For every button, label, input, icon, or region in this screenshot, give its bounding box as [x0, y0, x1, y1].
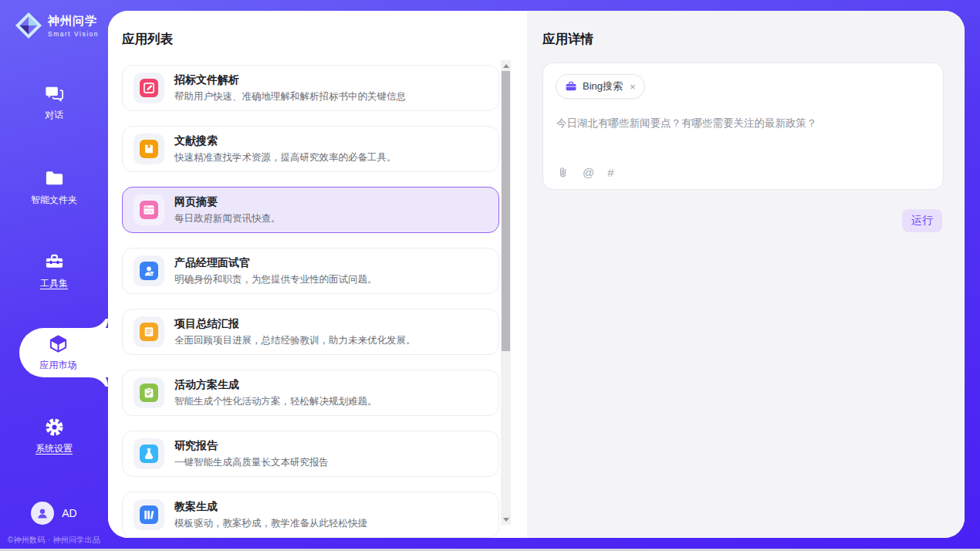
app-card-title: 招标文件解析 — [174, 73, 406, 86]
book-icon — [140, 140, 158, 158]
logo-subtitle: Smart Vision — [48, 30, 99, 38]
app-card-title: 研究报告 — [174, 438, 329, 452]
app-card-title: 项目总结汇报 — [174, 316, 416, 330]
app-card-list: 招标文件解析帮助用户快速、准确地理解和解析招标书中的关键信息文献搜索快速精准查找… — [122, 65, 499, 538]
app-card-title: 活动方案生成 — [174, 377, 377, 391]
logo-title: 神州问学 — [48, 14, 99, 29]
run-button[interactable]: 运行 — [902, 209, 942, 232]
app-card-lesson-plan[interactable]: 教案生成模板驱动，教案秒成，教学准备从此轻松快捷 — [122, 492, 499, 538]
app-card-description: 每日政府新闻资讯快查。 — [174, 212, 281, 225]
logo-diamond-icon — [14, 11, 43, 40]
pen-square-icon — [140, 79, 158, 97]
app-icon-container — [133, 438, 164, 469]
sidebar-item-app-market[interactable]: 应用市场 — [19, 328, 108, 377]
app-icon-container — [133, 499, 164, 530]
sidebar-item-label: 应用市场 — [40, 359, 77, 372]
toolbox-icon — [44, 252, 65, 272]
sidebar-item-label: 工具集 — [40, 277, 68, 290]
sidebar-item-label: 系统设置 — [35, 442, 73, 455]
app-list-panel: 应用列表 招标文件解析帮助用户快速、准确地理解和解析招标书中的关键信息文献搜索快… — [108, 11, 527, 538]
scrollbar-thumb[interactable] — [502, 71, 510, 351]
sidebar-item-label: 对话 — [45, 109, 63, 122]
app-card-description: 一键智能生成高质量长文本研究报告 — [174, 456, 329, 469]
clipboard-check-icon — [140, 384, 158, 402]
app-card-bid-doc-parse[interactable]: 招标文件解析帮助用户快速、准确地理解和解析招标书中的关键信息 — [122, 65, 499, 111]
app-card-title: 网页摘要 — [174, 194, 281, 208]
mention-at-icon[interactable]: @ — [583, 166, 594, 179]
scroll-up-icon[interactable] — [501, 60, 511, 71]
report-note-icon — [140, 323, 158, 341]
sidebar-item-smart-folder[interactable]: 智能文件夹 — [0, 165, 108, 210]
app-card-pm-interviewer[interactable]: 产品经理面试官明确身份和职责，为您提供专业性的面试问题。 — [122, 248, 499, 294]
sidebar-item-chat[interactable]: 对话 — [0, 80, 108, 125]
app-detail-title: 应用详情 — [542, 31, 593, 48]
scroll-down-icon[interactable] — [501, 514, 511, 525]
sidebar-item-label: 智能文件夹 — [31, 194, 77, 207]
app-card-title: 教案生成 — [174, 499, 367, 513]
gear-icon — [44, 417, 65, 438]
chat-icon — [44, 83, 65, 104]
interviewer-icon — [140, 262, 158, 280]
cube-icon — [48, 333, 69, 354]
app-icon-container: </> — [133, 194, 164, 225]
app-card-title: 产品经理面试官 — [174, 255, 377, 269]
books-icon — [140, 505, 158, 524]
app-list-title: 应用列表 — [122, 31, 173, 48]
app-card-event-plan[interactable]: 活动方案生成智能生成个性化活动方案，轻松解决规划难题。 — [122, 370, 499, 416]
remove-tag-icon[interactable]: × — [630, 81, 636, 93]
tool-tag-bing-search[interactable]: Bing搜索 × — [556, 74, 645, 99]
scrollbar[interactable] — [501, 60, 511, 525]
tool-tag-label: Bing搜索 — [583, 79, 623, 93]
app-icon-container — [133, 377, 164, 408]
person-icon — [35, 506, 49, 520]
app-card-web-summary[interactable]: </>网页摘要每日政府新闻资讯快查。 — [122, 187, 499, 233]
sidebar-item-settings[interactable]: 系统设置 — [0, 414, 108, 458]
app-window: 神州问学 Smart Vision 对话智能文件夹工具集应用市场系统设置 AD … — [0, 0, 980, 551]
app-card-project-summary[interactable]: 项目总结汇报全面回顾项目进展，总结经验教训，助力未来优化发展。 — [122, 309, 499, 355]
app-card-description: 全面回顾项目进展，总结经验教训，助力未来优化发展。 — [174, 334, 416, 347]
sidebar: 神州问学 Smart Vision 对话智能文件夹工具集应用市场系统设置 AD … — [0, 0, 108, 551]
app-card-literature[interactable]: 文献搜索快速精准查找学术资源，提高研究效率的必备工具。 — [122, 126, 499, 172]
avatar — [31, 502, 54, 525]
user-initials: AD — [62, 507, 76, 519]
compose-toolbar: @ # — [556, 166, 614, 179]
prompt-card: Bing搜索 × 今日湖北有哪些新闻要点？有哪些需要关注的最新政策？ @ # — [542, 63, 944, 190]
app-card-title: 文献搜索 — [174, 134, 397, 147]
main-content: 应用列表 招标文件解析帮助用户快速、准确地理解和解析招标书中的关键信息文献搜索快… — [108, 11, 965, 538]
app-detail-panel: 应用详情 Bing搜索 × 今日湖北有哪些新闻要点？有哪些需要关注的最新政策？ — [527, 11, 965, 538]
app-card-description: 智能生成个性化活动方案，轻松解决规划难题。 — [174, 395, 377, 408]
prompt-input[interactable]: 今日湖北有哪些新闻要点？有哪些需要关注的最新政策？ — [556, 116, 931, 131]
app-card-description: 模板驱动，教案秒成，教学准备从此轻松快捷 — [174, 517, 367, 530]
sidebar-footer: ©神州数码 · 神州问学出品 — [0, 535, 108, 546]
folder-icon — [44, 168, 65, 189]
app-card-description: 快速精准查找学术资源，提高研究效率的必备工具。 — [174, 151, 397, 164]
app-icon-container — [133, 255, 164, 286]
app-icon-container — [133, 316, 164, 347]
app-logo: 神州问学 Smart Vision — [14, 11, 99, 40]
app-icon-container — [133, 73, 164, 103]
browser-code-icon: </> — [140, 201, 158, 219]
research-flask-icon — [140, 445, 158, 463]
sidebar-item-toolkit[interactable]: 工具集 — [0, 248, 108, 293]
app-card-description: 帮助用户快速、准确地理解和解析招标书中的关键信息 — [174, 90, 406, 103]
app-card-description: 明确身份和职责，为您提供专业性的面试问题。 — [174, 273, 377, 286]
app-icon-container — [133, 134, 164, 164]
user-row[interactable]: AD — [0, 502, 108, 525]
briefcase-icon — [565, 80, 577, 93]
svg-text:</>: </> — [145, 209, 153, 214]
app-card-research-report[interactable]: 研究报告一键智能生成高质量长文本研究报告 — [122, 431, 499, 477]
hash-icon[interactable]: # — [607, 166, 613, 179]
paperclip-icon[interactable] — [556, 166, 569, 179]
